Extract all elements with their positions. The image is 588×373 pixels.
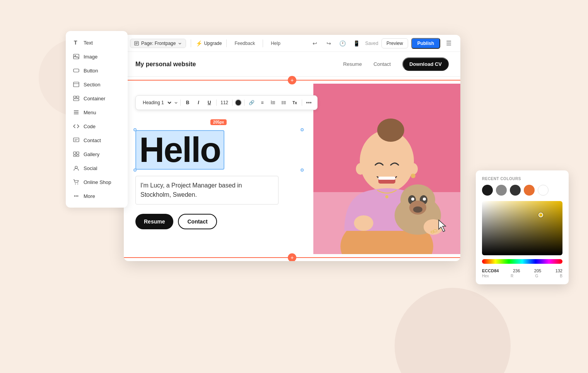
link-button[interactable]: 🔗	[247, 98, 256, 107]
sidebar-item-gallery[interactable]: Gallery	[66, 147, 128, 161]
cursor-icon	[437, 219, 449, 233]
nav-link-resume[interactable]: Resume	[343, 61, 362, 67]
color-labels: Hex R G B	[482, 274, 562, 278]
redo-button[interactable]: ↪	[323, 38, 334, 49]
px-badge: 205px	[210, 119, 227, 125]
sidebar-item-menu[interactable]: Menu	[66, 105, 128, 119]
preview-button[interactable]: Preview	[381, 38, 408, 48]
section-line-bottom-left	[124, 257, 292, 258]
svg-rect-4	[74, 82, 79, 87]
sidebar-item-online-shop[interactable]: Online Shop	[66, 175, 128, 189]
cursor-area	[437, 219, 449, 235]
section-line-bottom-right	[292, 257, 460, 258]
unordered-list-button[interactable]	[279, 98, 289, 107]
section-icon	[73, 81, 80, 88]
editor-topbar: Page: Frontpage ⚡ Upgrade Feedback Help …	[124, 35, 460, 52]
b-value[interactable]: 132	[556, 268, 562, 273]
resize-handle-tr[interactable]	[301, 128, 304, 131]
upgrade-label: Upgrade	[204, 41, 222, 46]
topbar-divider-1	[191, 40, 191, 47]
sidebar-item-text[interactable]: T Text	[66, 36, 128, 50]
help-button[interactable]: Help	[268, 39, 284, 48]
sidebar-item-image[interactable]: Image	[66, 50, 128, 64]
sidebar-label-image: Image	[84, 54, 97, 60]
sidebar-item-section[interactable]: Section	[66, 77, 128, 91]
contact-button[interactable]: Contact	[178, 214, 217, 229]
sidebar-item-button[interactable]: Button	[66, 64, 128, 77]
feedback-button[interactable]: Feedback	[231, 39, 258, 48]
svg-point-21	[77, 184, 78, 184]
more-icon	[73, 193, 80, 199]
heading-chevron-icon	[174, 101, 178, 105]
clear-format-button[interactable]: Tx	[290, 98, 299, 107]
sidebar-item-social[interactable]: Social	[66, 161, 128, 175]
hex-value[interactable]: ECCD84	[482, 268, 499, 273]
sidebar-item-more[interactable]: More	[66, 189, 128, 203]
swatch-orange[interactable]	[524, 185, 535, 196]
publish-button[interactable]: Publish	[411, 38, 440, 49]
align-button[interactable]: ≡	[258, 98, 267, 107]
resize-handle-br[interactable]	[301, 168, 304, 172]
ordered-list-button[interactable]: 1.2.3.	[268, 98, 278, 107]
resume-button[interactable]: Resume	[135, 214, 173, 229]
topbar-right: ↩ ↪ 🕐 📱 Saved Preview Publish ☰	[309, 38, 454, 49]
color-values: ECCD84 236 205 132	[482, 268, 562, 273]
hex-label: Hex	[482, 274, 489, 278]
svg-point-20	[75, 184, 76, 184]
page-selector[interactable]: Page: Frontpage	[130, 39, 186, 48]
resize-handle-bl[interactable]	[133, 168, 137, 172]
add-section-btn-bottom[interactable]: +	[288, 253, 296, 261]
r-label: R	[511, 274, 513, 278]
hello-selected-area[interactable]: Hello	[135, 130, 224, 170]
svg-point-22	[74, 196, 75, 197]
page-label: Page: Frontpage	[141, 41, 176, 46]
upgrade-button[interactable]: ⚡ Upgrade	[196, 40, 222, 46]
underline-button[interactable]: U	[205, 98, 214, 107]
history-button[interactable]: 🕐	[337, 38, 348, 49]
svg-point-35	[282, 101, 282, 102]
svg-rect-16	[77, 152, 79, 154]
sidebar-label-online-shop: Online Shop	[84, 179, 111, 185]
nav-link-contact[interactable]: Contact	[373, 61, 391, 67]
text-icon: T	[73, 39, 80, 46]
recent-swatches	[482, 185, 562, 196]
sidebar-item-container[interactable]: Container	[66, 91, 128, 105]
swatch-white[interactable]	[538, 185, 549, 196]
sidebar-item-contact[interactable]: Contact	[66, 133, 128, 147]
color-gradient[interactable]	[482, 201, 562, 255]
italic-button[interactable]: I	[194, 98, 203, 107]
heading-text[interactable]: Hello	[139, 132, 220, 167]
swatch-gray[interactable]	[496, 185, 507, 196]
swatch-dark[interactable]	[510, 185, 521, 196]
sidebar-label-section: Section	[84, 82, 100, 88]
undo-button[interactable]: ↩	[309, 38, 320, 49]
heading-select[interactable]: Heading 1 Heading 2 Paragraph	[140, 99, 173, 107]
add-section-btn-top[interactable]: +	[288, 76, 296, 84]
mobile-button[interactable]: 📱	[351, 38, 362, 49]
chevron-down-icon	[178, 41, 182, 45]
color-picker-trigger[interactable]	[235, 99, 242, 106]
g-value[interactable]: 205	[534, 268, 541, 273]
r-value[interactable]: 236	[513, 268, 520, 273]
svg-rect-15	[74, 152, 76, 154]
svg-rect-17	[74, 155, 76, 156]
site-logo: My personal website	[135, 61, 196, 68]
swatch-black[interactable]	[482, 185, 493, 196]
page-icon	[134, 41, 139, 46]
bold-button[interactable]: B	[183, 98, 192, 107]
nav-cta-button[interactable]: Download CV	[402, 57, 449, 71]
hamburger-button[interactable]: ☰	[443, 38, 454, 49]
toolbar-div-1	[180, 100, 181, 106]
hue-bar[interactable]	[482, 259, 562, 264]
contact-icon	[73, 137, 80, 144]
color-picker-dot[interactable]	[538, 213, 543, 217]
sidebar-label-text: Text	[84, 40, 93, 46]
hello-container: Hello	[135, 130, 302, 170]
sidebar: T Text Image Button Section Container Me…	[66, 31, 128, 208]
resize-handle-tl[interactable]	[133, 128, 137, 131]
sub-text[interactable]: I'm Lucy, a Project Manager based in Sto…	[135, 176, 279, 205]
topbar-divider-2	[226, 40, 227, 47]
color-picker-panel: RECENT COLOURS ECCD84 236 205 132 Hex R …	[476, 170, 569, 284]
more-options-button[interactable]: •••	[304, 100, 313, 106]
sidebar-item-code[interactable]: Code	[66, 119, 128, 133]
